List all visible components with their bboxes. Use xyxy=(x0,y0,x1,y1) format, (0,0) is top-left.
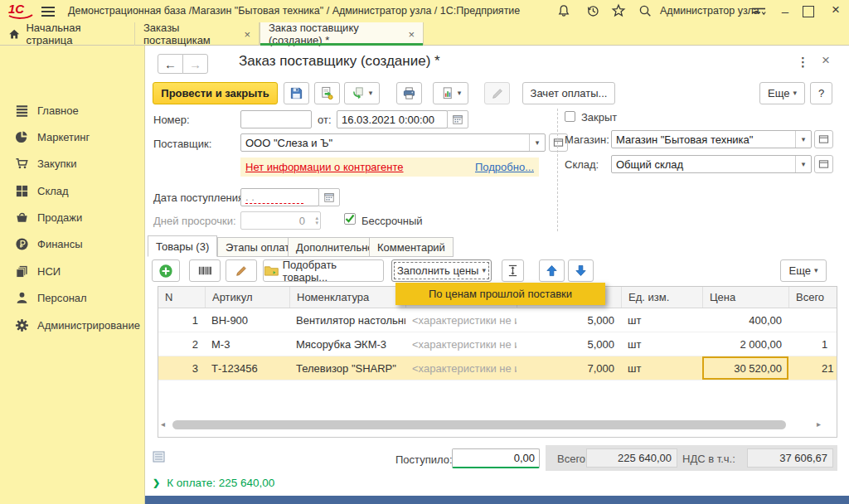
create-based-on-button[interactable]: ▾ xyxy=(344,82,380,104)
reports-button[interactable]: ▾ xyxy=(433,82,468,104)
current-user[interactable]: Администратор узла xyxy=(660,5,759,17)
receipt-date-input[interactable]: . . xyxy=(240,188,319,206)
nav-forward-button[interactable]: → xyxy=(182,54,208,74)
sidebar-item-finance[interactable]: Финансы xyxy=(15,235,83,253)
add-row-button[interactable] xyxy=(152,259,180,282)
nav-back-button[interactable]: ← xyxy=(158,54,183,74)
cell-article[interactable]: ВН-900 xyxy=(205,314,289,327)
to-pay-row[interactable]: ❯ К оплате: 225 640,00 xyxy=(153,477,274,489)
cell-unit[interactable]: шт xyxy=(621,362,702,375)
details-link[interactable]: Подробно... xyxy=(475,161,534,173)
warehouse-combo[interactable]: Общий склад ▾ xyxy=(611,155,812,173)
print-button[interactable] xyxy=(396,82,422,104)
to-pay-link[interactable]: К оплате: 225 640,00 xyxy=(167,477,274,489)
history-icon[interactable] xyxy=(585,3,600,21)
table-hscrollbar[interactable]: ◂ ▸ xyxy=(159,419,836,432)
tab-home[interactable]: Начальная страница xyxy=(0,22,135,46)
tab-supplier-orders[interactable]: Заказы поставщикам × xyxy=(135,22,260,46)
cell-price[interactable]: 400,00 xyxy=(702,314,788,327)
col-header-article[interactable]: Артикул xyxy=(205,287,289,308)
tab-goods[interactable]: Товары (3) xyxy=(148,235,217,257)
cell-nomenclature[interactable]: Мясорубка ЭКМ-3 xyxy=(289,338,405,351)
move-up-button[interactable] xyxy=(539,259,565,282)
footer-summary-icon[interactable] xyxy=(153,451,165,465)
col-header-unit[interactable]: Ед. изм. xyxy=(621,287,702,308)
row-height-button[interactable] xyxy=(502,259,524,282)
cell-nomenclature[interactable]: Вентилятор настольный xyxy=(289,314,405,327)
cell-article[interactable]: М-3 xyxy=(205,338,289,351)
maximize-button[interactable] xyxy=(803,6,814,17)
date-calendar-button[interactable] xyxy=(447,110,468,128)
barcode-scan-button[interactable] xyxy=(189,259,221,282)
notifications-bell-icon[interactable] xyxy=(556,3,571,21)
sidebar-item-nsi[interactable]: НСИ xyxy=(15,262,61,280)
tab-comment[interactable]: Комментарий xyxy=(369,237,454,257)
sidebar-item-administration[interactable]: Администрирование xyxy=(15,316,140,334)
sidebar-item-marketing[interactable]: Маркетинг xyxy=(15,128,90,146)
minimize-button[interactable]: – xyxy=(778,3,793,18)
cell-qty[interactable]: 5,000 xyxy=(517,314,621,327)
cell-characteristic[interactable]: <характеристики не и... xyxy=(405,338,517,351)
form-close-icon[interactable]: × xyxy=(822,52,830,69)
cell-characteristic[interactable]: <характеристики не и... xyxy=(405,362,517,375)
cell-total[interactable]: 1 xyxy=(788,338,838,351)
col-header-nomenclature[interactable]: Номенклатура xyxy=(289,287,405,308)
cell-total[interactable]: 21 xyxy=(788,362,838,375)
combo-dropdown-zone[interactable]: ▾ xyxy=(795,131,811,148)
tab-supplier-order-new[interactable]: Заказ поставщику (создание) * × xyxy=(260,22,424,46)
col-header-n[interactable]: N xyxy=(158,287,205,308)
cell-unit[interactable]: шт xyxy=(621,314,702,327)
receipt-date-calendar-button[interactable] xyxy=(318,188,340,206)
cell-article[interactable]: Т-123456 xyxy=(205,362,289,375)
form-more-button[interactable]: Еще▾ xyxy=(759,82,805,104)
closed-checkbox[interactable] xyxy=(565,111,575,122)
window-close-button[interactable]: × xyxy=(828,2,843,18)
fill-prices-button[interactable]: Заполнить цены ▾ xyxy=(391,259,492,282)
table-row-selected[interactable]: 3 Т-123456 Телевизор "SHARP" <характерис… xyxy=(158,356,837,380)
cell-price-selected[interactable]: 30 520,00 xyxy=(702,356,788,380)
cell-n[interactable]: 3 xyxy=(158,362,205,375)
search-icon[interactable] xyxy=(638,3,653,21)
sidebar-item-main[interactable]: Главное xyxy=(15,101,79,119)
scroll-right-icon[interactable]: ▸ xyxy=(817,419,821,429)
form-kebab-menu-icon[interactable]: ⋮ xyxy=(797,55,809,70)
col-header-price[interactable]: Цена xyxy=(702,287,788,308)
table-row[interactable]: 1 ВН-900 Вентилятор настольный <характер… xyxy=(158,308,837,332)
cell-price[interactable]: 2 000,00 xyxy=(702,338,788,351)
date-input[interactable]: 16.03.2021 0:00:00 xyxy=(337,110,448,128)
received-input[interactable]: 0,00 xyxy=(452,448,540,468)
favorites-star-icon[interactable] xyxy=(611,3,626,21)
table-row[interactable]: 2 М-3 Мясорубка ЭКМ-3 <характеристики не… xyxy=(158,332,837,356)
move-down-button[interactable] xyxy=(568,259,594,282)
combo-dropdown-zone[interactable]: ▾ xyxy=(795,156,811,172)
tab-close-icon[interactable]: × xyxy=(244,29,250,40)
post-and-close-button[interactable]: Провести и закрыть xyxy=(153,82,278,104)
cell-n[interactable]: 2 xyxy=(158,338,205,351)
sidebar-item-purchases[interactable]: Закупки xyxy=(15,154,76,172)
number-input[interactable] xyxy=(240,110,312,128)
edit-row-button[interactable] xyxy=(226,259,257,282)
combo-dropdown-zone[interactable]: ▾ xyxy=(529,134,545,151)
warning-link[interactable]: Нет информации о контрагенте xyxy=(245,161,404,173)
table-more-button[interactable]: Еще▾ xyxy=(780,259,827,282)
warehouse-open-button[interactable] xyxy=(814,155,833,173)
scrollbar-thumb[interactable] xyxy=(172,420,786,429)
sidebar-item-sales[interactable]: Продажи xyxy=(15,208,82,226)
main-menu-icon[interactable] xyxy=(41,7,55,17)
sidebar-item-personnel[interactable]: Персонал xyxy=(15,288,87,307)
post-document-button[interactable] xyxy=(314,82,340,104)
col-header-total[interactable]: Всего xyxy=(788,287,838,308)
store-combo[interactable]: Магазин "Бытовая техника" ▾ xyxy=(611,130,812,148)
tab-payment-stages[interactable]: Этапы оплат xyxy=(217,237,298,257)
cell-characteristic[interactable]: <характеристики не и... xyxy=(405,314,517,327)
cell-qty[interactable]: 5,000 xyxy=(517,338,621,351)
tab-close-icon[interactable]: × xyxy=(408,29,415,40)
service-menu-icon[interactable] xyxy=(750,5,767,21)
tab-additional[interactable]: Дополнительно xyxy=(288,237,382,257)
perpetual-checkbox[interactable] xyxy=(344,213,356,225)
store-open-button[interactable] xyxy=(814,130,833,148)
fill-prices-menu-item[interactable]: По ценам прошлой поставки xyxy=(395,283,605,305)
help-button[interactable]: ? xyxy=(810,82,832,104)
cell-qty[interactable]: 7,000 xyxy=(517,362,621,375)
sidebar-item-warehouse[interactable]: Склад xyxy=(15,182,69,200)
